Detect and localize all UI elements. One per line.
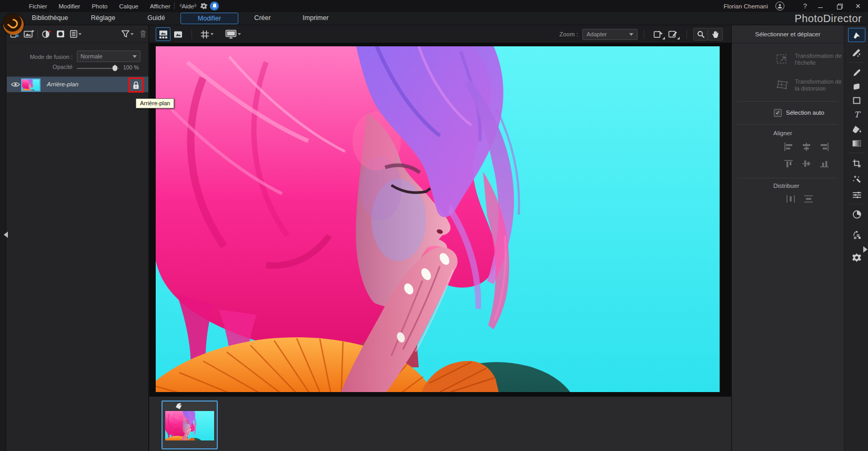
align-center-h-button[interactable] bbox=[801, 142, 812, 152]
collapse-left-panel-chevron-icon[interactable] bbox=[1, 232, 8, 238]
filmstrip-thumbnail-image bbox=[165, 411, 214, 440]
chevron-down-icon bbox=[210, 33, 214, 35]
zoom-level-select[interactable]: Adapter bbox=[582, 29, 638, 40]
auto-select-label[interactable]: Sélection auto bbox=[786, 109, 824, 116]
tab-bibliotheque[interactable]: Bibliothèque bbox=[21, 13, 79, 24]
align-top-button[interactable] bbox=[783, 159, 794, 168]
user-avatar-icon[interactable] bbox=[775, 2, 784, 11]
filter-layers-button[interactable] bbox=[121, 28, 135, 41]
grid-overlay-button[interactable] bbox=[198, 27, 216, 41]
view-mode-single-button[interactable] bbox=[170, 27, 185, 41]
zoom-tool-button[interactable] bbox=[693, 28, 708, 41]
transform-scale-button[interactable]: Transformation de l'échelle bbox=[732, 53, 844, 66]
tag-icon bbox=[175, 403, 182, 410]
tab-reglage[interactable]: Réglage bbox=[74, 13, 132, 24]
distribute-horizontal-button[interactable] bbox=[785, 194, 796, 204]
text-tool-button[interactable]: T bbox=[848, 107, 865, 122]
select-move-tool-button[interactable] bbox=[848, 28, 865, 42]
user-name[interactable]: Florian Chemani bbox=[723, 3, 768, 9]
align-bottom-button[interactable] bbox=[819, 159, 830, 168]
view-mode-filmstrip-button[interactable] bbox=[156, 27, 170, 41]
expand-right-panel-chevron-icon[interactable] bbox=[863, 246, 868, 253]
tab-imprimer[interactable]: Imprimer bbox=[287, 13, 345, 24]
align-right-button[interactable] bbox=[819, 142, 830, 152]
soft-proofing-button[interactable] bbox=[223, 27, 243, 41]
adjustment-layer-button[interactable] bbox=[41, 28, 52, 41]
titlebar-divider bbox=[174, 3, 175, 9]
crop-tool-button[interactable] bbox=[848, 156, 865, 171]
eraser-tool-button[interactable] bbox=[848, 79, 865, 94]
adjustment-sliders-button[interactable] bbox=[848, 188, 865, 202]
layer-row-background[interactable]: Arrière-plan bbox=[7, 76, 148, 93]
panel-edge-strip bbox=[0, 25, 6, 451]
extract-object-tool-button[interactable] bbox=[848, 228, 865, 242]
notification-bell-icon[interactable] bbox=[210, 2, 219, 11]
redo-icon[interactable] bbox=[188, 2, 198, 11]
transform-distort-label: Transformation de la distorsion bbox=[795, 78, 843, 92]
pencil-tool-button[interactable] bbox=[848, 65, 865, 79]
tools-column: T bbox=[844, 25, 868, 451]
blend-mode-label: Mode de fusion : bbox=[4, 54, 73, 60]
auto-select-checkbox[interactable]: ✓ bbox=[774, 109, 782, 117]
title-bar: Fichier Modifier Photo Calque Afficher A… bbox=[0, 0, 868, 12]
rotate-photo-button[interactable] bbox=[651, 28, 665, 41]
lock-icon[interactable] bbox=[133, 81, 139, 89]
menu-bar: Fichier Modifier Photo Calque Afficher A… bbox=[29, 0, 194, 12]
align-middle-v-button[interactable] bbox=[801, 159, 812, 168]
layer-name[interactable]: Arrière-plan bbox=[47, 81, 78, 87]
radial-filter-tool-button[interactable] bbox=[848, 207, 865, 222]
transform-distort-button[interactable]: Transformation de la distorsion bbox=[732, 78, 844, 92]
restore-button[interactable] bbox=[833, 2, 845, 11]
minimize-button[interactable] bbox=[814, 2, 826, 11]
settings-gear-icon[interactable] bbox=[199, 2, 208, 11]
layer-visibility-eye-icon[interactable] bbox=[11, 82, 20, 87]
transform-scale-label: Transformation de l'échelle bbox=[795, 53, 843, 66]
panel-title: Sélectionner et déplacer bbox=[732, 25, 844, 43]
menu-calque[interactable]: Calque bbox=[119, 3, 138, 9]
corner-options-icon bbox=[662, 37, 665, 39]
filmstrip-thumbnail-selected[interactable] bbox=[162, 400, 218, 449]
text-tool-glyph: T bbox=[854, 110, 859, 119]
canvas-area[interactable] bbox=[149, 43, 731, 396]
edit-photo-button[interactable] bbox=[665, 28, 680, 41]
menu-photo[interactable]: Photo bbox=[92, 3, 107, 9]
undo-icon[interactable] bbox=[178, 2, 187, 11]
viewer-toolbar: Zoom : Adapter bbox=[149, 25, 731, 43]
filmstrip bbox=[149, 396, 731, 451]
layer-thumbnail[interactable] bbox=[21, 78, 41, 92]
mask-layer-button[interactable] bbox=[55, 28, 66, 41]
chevron-down-icon bbox=[629, 33, 633, 36]
opacity-slider-handle[interactable] bbox=[113, 65, 117, 71]
select-move-panel: Sélectionner et déplacer Transformation … bbox=[731, 25, 868, 451]
tool-settings-gear-button[interactable] bbox=[848, 250, 865, 265]
menu-fichier[interactable]: Fichier bbox=[29, 3, 47, 9]
shape-tool-button[interactable] bbox=[848, 93, 865, 107]
magic-wand-tool-button[interactable] bbox=[848, 172, 865, 186]
zoom-label: Zoom : bbox=[559, 31, 578, 37]
module-tab-bar: Bibliothèque Réglage Guidé Modifier Crée… bbox=[0, 12, 868, 25]
distribute-vertical-button[interactable] bbox=[803, 194, 814, 204]
tab-modifier[interactable]: Modifier bbox=[180, 13, 238, 24]
help-button[interactable]: ? bbox=[803, 2, 807, 10]
blend-mode-select[interactable]: Normale bbox=[77, 51, 140, 62]
photo-image[interactable] bbox=[156, 46, 720, 392]
menu-modifier[interactable]: Modifier bbox=[59, 3, 80, 9]
layer-menu-button[interactable] bbox=[69, 28, 83, 41]
chevron-down-icon bbox=[133, 55, 137, 58]
add-image-layer-button[interactable] bbox=[23, 28, 35, 41]
pan-hand-tool-button[interactable] bbox=[708, 28, 723, 41]
distort-transform-icon bbox=[776, 78, 791, 91]
cyberlink-logo-icon bbox=[3, 14, 24, 35]
tab-guide[interactable]: Guidé bbox=[127, 13, 185, 24]
close-button[interactable]: × bbox=[852, 2, 864, 11]
delete-layer-button[interactable] bbox=[137, 28, 149, 41]
menu-afficher[interactable]: Afficher bbox=[150, 3, 170, 9]
fill-bucket-tool-button[interactable] bbox=[848, 122, 865, 136]
mix-brush-tool-button[interactable] bbox=[848, 45, 865, 59]
gradient-tool-button[interactable] bbox=[848, 136, 865, 151]
scale-transform-icon bbox=[776, 53, 791, 65]
align-left-button[interactable] bbox=[783, 142, 794, 152]
tab-creer[interactable]: Créer bbox=[234, 13, 291, 24]
opacity-slider[interactable] bbox=[77, 68, 119, 69]
align-section-label: Aligner bbox=[773, 130, 792, 136]
